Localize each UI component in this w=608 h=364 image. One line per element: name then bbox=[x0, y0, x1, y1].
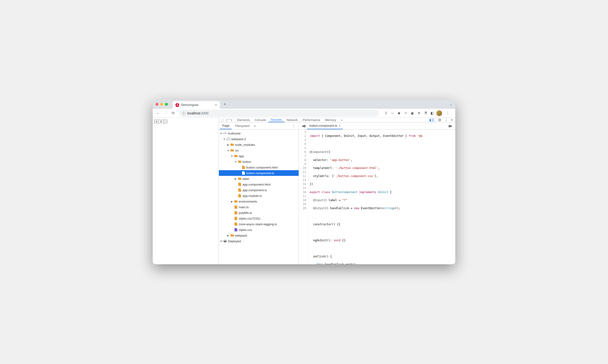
maximize-window-button[interactable] bbox=[165, 103, 168, 106]
counter-widget: + 0 - bbox=[154, 120, 167, 123]
extension-icon-2[interactable]: ⌗ bbox=[403, 111, 408, 116]
devtools-menu-icon[interactable]: ⋮ bbox=[444, 118, 448, 122]
tree-app[interactable]: ▼ app bbox=[219, 153, 298, 159]
folder-icon bbox=[234, 154, 238, 158]
file-icon bbox=[234, 211, 238, 215]
file-icon bbox=[234, 222, 238, 226]
close-window-button[interactable] bbox=[155, 103, 158, 106]
site-info-icon[interactable]: i bbox=[182, 112, 185, 115]
tab-memory[interactable]: Memory bbox=[323, 118, 338, 122]
tree-file-zone[interactable]: zone-async-stack-tagging.ts bbox=[219, 221, 298, 227]
sources-sub-tabs: Page Filesystem » ⋮ bbox=[219, 122, 298, 130]
navigator-toggle-icon[interactable]: ◀▮ bbox=[300, 124, 307, 128]
code-editor[interactable]: 1234567891011121314151617181920 import {… bbox=[299, 130, 455, 264]
editor-tab-active[interactable]: button.component.ts × bbox=[307, 122, 343, 129]
counter-value: 0 bbox=[159, 120, 163, 123]
counter-plus-button[interactable]: + bbox=[154, 120, 159, 123]
tab-performance[interactable]: Performance bbox=[300, 118, 323, 122]
tree-webpack-scheme[interactable]: ▼ webpack:// bbox=[219, 136, 298, 142]
file-icon bbox=[238, 182, 242, 186]
tabs-dropdown-icon[interactable]: ⌄ bbox=[450, 102, 453, 106]
svg-text:</>: </> bbox=[223, 132, 227, 135]
tree-button-folder[interactable]: ▼ button bbox=[219, 159, 298, 165]
devtools-close-icon[interactable]: × bbox=[451, 118, 453, 122]
sidepanel-icon[interactable]: ◧ bbox=[430, 111, 435, 116]
issues-badge[interactable]: ▮1 bbox=[428, 118, 435, 122]
tab-elements[interactable]: Elements bbox=[235, 118, 252, 122]
url-field[interactable]: i localhost:4200 bbox=[179, 110, 379, 117]
tree-deployed[interactable]: ▼ Deployed bbox=[219, 238, 298, 244]
content: + 0 - ⬚ ⫍⫎ Elements Console Sources Netw… bbox=[153, 118, 455, 264]
extension-icon-1[interactable]: ☻ bbox=[397, 111, 401, 116]
angular-favicon: A bbox=[175, 103, 179, 107]
devtools-panel: ⬚ ⫍⫎ Elements Console Sources Network Pe… bbox=[219, 118, 455, 264]
tab-console[interactable]: Console bbox=[252, 118, 268, 122]
tree-file-app-html[interactable]: app.component.html bbox=[219, 182, 298, 187]
file-icon bbox=[238, 194, 242, 198]
tree-file-main-ts[interactable]: main.ts bbox=[219, 204, 298, 210]
forward-button[interactable]: → bbox=[162, 110, 169, 117]
back-button[interactable]: ← bbox=[155, 110, 161, 117]
file-icon bbox=[242, 166, 245, 169]
tabs-overflow-icon[interactable]: » bbox=[338, 118, 345, 122]
inspect-element-icon[interactable]: ⬚ bbox=[221, 118, 224, 122]
tree-file-styles-css[interactable]: styles.css bbox=[219, 227, 298, 233]
tree-file-app-module[interactable]: app.module.ts bbox=[219, 193, 298, 198]
extension-icon-3[interactable]: ◉ bbox=[410, 111, 415, 116]
sources-options-icon[interactable]: ⋮ bbox=[290, 124, 298, 128]
tree-webpack-folder[interactable]: ▶ webpack bbox=[219, 233, 298, 238]
tree-node-modules[interactable]: ▶ node_modules bbox=[219, 142, 298, 147]
devtools-body: Page Filesystem » ⋮ ▼ </> Authored bbox=[219, 122, 455, 264]
editor-pane: ◀▮ button.component.ts × ▮▶ 123456789101… bbox=[299, 122, 455, 264]
tree-environments[interactable]: ▶ environments bbox=[219, 198, 298, 204]
devtools-tabs: ⬚ ⫍⫎ Elements Console Sources Network Pe… bbox=[219, 118, 455, 122]
tab-close-icon[interactable]: × bbox=[215, 103, 217, 107]
authored-icon: </> bbox=[223, 131, 227, 135]
tab-network[interactable]: Network bbox=[285, 118, 300, 122]
file-icon bbox=[242, 171, 245, 175]
file-icon bbox=[234, 228, 238, 232]
file-icon bbox=[238, 188, 242, 192]
counter-minus-button[interactable]: - bbox=[164, 120, 167, 123]
tree-authored[interactable]: ▼ </> Authored bbox=[219, 130, 298, 136]
sources-tab-filesystem[interactable]: Filesystem bbox=[233, 122, 252, 129]
minimize-window-button[interactable] bbox=[160, 103, 163, 106]
folder-icon bbox=[238, 177, 242, 181]
tree-file-button-html[interactable]: button.component.html bbox=[219, 165, 298, 170]
editor-tabs: ◀▮ button.component.ts × ▮▶ bbox=[299, 122, 455, 130]
extensions-puzzle-icon[interactable]: ✦ bbox=[416, 111, 421, 116]
file-icon bbox=[234, 217, 238, 220]
labs-flask-icon[interactable]: ⚗ bbox=[423, 111, 428, 116]
share-icon[interactable]: ⇪ bbox=[383, 111, 388, 116]
sources-tab-page[interactable]: Page bbox=[220, 122, 232, 129]
browser-tab[interactable]: A DemoAngular × bbox=[173, 101, 220, 109]
profile-avatar[interactable] bbox=[436, 110, 442, 116]
file-tree[interactable]: ▼ </> Authored ▼ webpack:/ bbox=[219, 130, 298, 264]
tab-sources[interactable]: Sources bbox=[268, 118, 285, 122]
settings-gear-icon[interactable]: ⚙ bbox=[438, 118, 441, 122]
debugger-toggle-icon[interactable]: ▮▶ bbox=[447, 124, 454, 128]
bookmark-star-icon[interactable]: ☆ bbox=[390, 111, 395, 116]
folder-icon bbox=[238, 160, 242, 164]
tree-src[interactable]: ▼ src bbox=[219, 147, 298, 153]
url-host: localhost bbox=[187, 111, 200, 115]
tree-file-styles-q[interactable]: styles.css?231c bbox=[219, 216, 298, 221]
page-viewport: + 0 - bbox=[153, 118, 219, 264]
tree-file-button-ts[interactable]: button.component.ts bbox=[219, 170, 298, 176]
address-bar: ← → ⟳ i localhost:4200 ⇪ ☆ ☻ ⌗ ◉ ✦ ⚗ ◧ ⋮ bbox=[153, 109, 455, 118]
sources-tabs-overflow-icon[interactable]: » bbox=[254, 124, 256, 128]
tab-title: DemoAngular bbox=[181, 103, 198, 107]
device-toggle-icon[interactable]: ⫍⫎ bbox=[226, 118, 232, 122]
editor-tab-close-icon[interactable]: × bbox=[339, 124, 341, 127]
folder-icon bbox=[230, 148, 234, 152]
browser-menu-icon[interactable]: ⋮ bbox=[444, 111, 452, 115]
sources-navigator: Page Filesystem » ⋮ ▼ </> Authored bbox=[219, 122, 299, 264]
tree-file-polyfills[interactable]: polyfills.ts bbox=[219, 210, 298, 216]
reload-button[interactable]: ⟳ bbox=[170, 110, 176, 117]
tree-file-app-ts[interactable]: app.component.ts bbox=[219, 187, 298, 193]
folder-icon bbox=[234, 199, 238, 203]
titlebar: A DemoAngular × + ⌄ bbox=[153, 100, 455, 109]
new-tab-button[interactable]: + bbox=[222, 102, 228, 107]
tree-label-folder[interactable]: ▶ label bbox=[219, 176, 298, 182]
cloud-icon bbox=[226, 137, 230, 141]
